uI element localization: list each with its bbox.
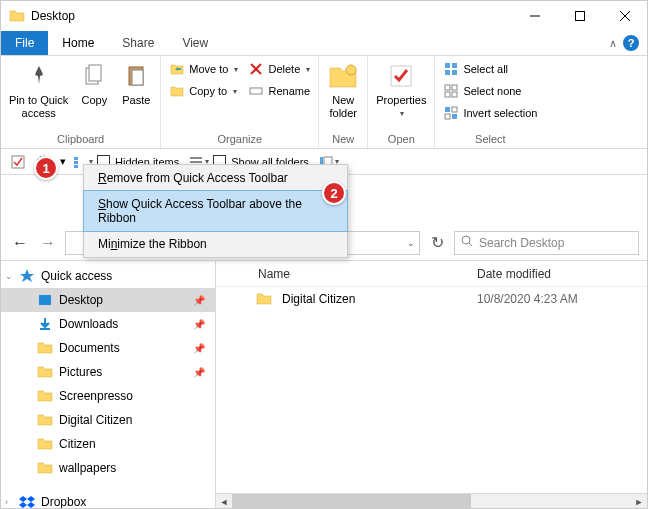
context-remove-qat[interactable]: Remove from Quick Access Toolbar (84, 165, 347, 191)
folder-icon (37, 388, 53, 404)
svg-rect-28 (74, 157, 78, 160)
title-bar: Desktop (1, 1, 647, 31)
svg-rect-14 (452, 63, 457, 68)
qat-dropdown-icon[interactable]: ▾ (57, 151, 69, 173)
window-title: Desktop (31, 9, 512, 23)
sidebar-item-citizen[interactable]: Citizen (1, 432, 215, 456)
folder-icon (9, 8, 25, 24)
svg-rect-22 (452, 114, 457, 119)
copy-to-button[interactable]: Copy to▾ (165, 82, 242, 100)
tab-file[interactable]: File (1, 31, 48, 55)
svg-line-37 (469, 243, 472, 246)
new-folder-button[interactable]: New folder (323, 58, 363, 122)
svg-rect-30 (74, 165, 78, 168)
sidebar-label: wallpapers (59, 461, 116, 475)
ribbon: Pin to Quick access Copy Paste Clipboard… (1, 56, 647, 149)
pin-icon: 📌 (193, 343, 205, 354)
scroll-left-arrow[interactable]: ◄ (216, 494, 232, 510)
rename-button[interactable]: Rename (244, 82, 314, 100)
svg-rect-19 (445, 92, 450, 97)
qat-checkbox-icon[interactable] (7, 151, 29, 173)
horizontal-scrollbar[interactable]: ◄ ► (216, 493, 647, 509)
sidebar-label: Dropbox (41, 495, 86, 509)
paste-icon (120, 60, 152, 92)
search-icon (461, 235, 473, 250)
svg-rect-17 (445, 85, 450, 90)
svg-rect-21 (445, 107, 450, 112)
invert-selection-button[interactable]: Invert selection (439, 104, 541, 122)
col-date-header[interactable]: Date modified (477, 267, 647, 281)
tab-home[interactable]: Home (48, 31, 108, 55)
svg-rect-24 (445, 114, 450, 119)
forward-button[interactable]: → (37, 232, 59, 254)
svg-rect-16 (452, 70, 457, 75)
main-area: ⌄ Quick access Desktop📌Downloads📌Documen… (1, 261, 647, 509)
chevron-up-icon[interactable]: ∧ (609, 37, 617, 50)
help-icon[interactable]: ? (623, 35, 639, 51)
delete-button[interactable]: Delete▾ (244, 60, 314, 78)
sidebar-label: Citizen (59, 437, 96, 451)
folder-icon (256, 291, 272, 307)
close-button[interactable] (602, 1, 647, 31)
folder-icon (37, 292, 53, 308)
col-name-header[interactable]: Name (216, 267, 477, 281)
properties-button[interactable]: Properties▾ (372, 58, 430, 121)
pin-icon (23, 60, 55, 92)
context-show-above-ribbon[interactable]: Show Quick Access Toolbar above the Ribb… (83, 190, 348, 232)
back-button[interactable]: ← (9, 232, 31, 254)
paste-button[interactable]: Paste (116, 58, 156, 109)
scroll-thumb[interactable] (232, 494, 471, 510)
file-date: 10/8/2020 4:23 AM (477, 292, 647, 306)
svg-rect-25 (12, 156, 24, 168)
sidebar-dropbox[interactable]: › Dropbox (1, 490, 215, 509)
sidebar-item-downloads[interactable]: Downloads📌 (1, 312, 215, 336)
sidebar-item-wallpapers[interactable]: wallpapers (1, 456, 215, 480)
move-to-button[interactable]: Move to▾ (165, 60, 242, 78)
tab-view[interactable]: View (168, 31, 222, 55)
caret-icon[interactable]: ⌄ (5, 271, 13, 281)
group-organize: Move to▾ Copy to▾ Delete▾ Rename Organiz… (161, 56, 319, 148)
star-icon (19, 268, 35, 284)
sidebar: ⌄ Quick access Desktop📌Downloads📌Documen… (1, 261, 216, 509)
invert-icon (443, 105, 459, 121)
search-box[interactable]: Search Desktop (454, 231, 639, 255)
properties-icon (385, 60, 417, 92)
svg-rect-5 (89, 65, 101, 81)
context-minimize-ribbon[interactable]: Minimize the Ribbon (84, 231, 347, 257)
caret-icon[interactable]: › (5, 497, 8, 507)
menu-bar: File Home Share View ∧ ? (1, 31, 647, 56)
annotation-badge-1: 1 (34, 156, 58, 180)
column-headers: Name Date modified (216, 261, 647, 287)
search-placeholder: Search Desktop (479, 236, 564, 250)
sidebar-item-documents[interactable]: Documents📌 (1, 336, 215, 360)
maximize-button[interactable] (557, 1, 602, 31)
copy-icon (78, 60, 110, 92)
sidebar-item-desktop[interactable]: Desktop📌 (1, 288, 215, 312)
tab-share[interactable]: Share (108, 31, 168, 55)
group-label: Organize (217, 131, 262, 148)
select-none-button[interactable]: Select none (439, 82, 541, 100)
context-menu: Remove from Quick Access Toolbar Show Qu… (83, 164, 348, 258)
folder-icon (37, 316, 53, 332)
file-row[interactable]: Digital Citizen 10/8/2020 4:23 AM (216, 287, 647, 311)
dropbox-icon (19, 494, 35, 509)
select-all-button[interactable]: Select all (439, 60, 541, 78)
refresh-button[interactable]: ↻ (426, 232, 448, 254)
sidebar-label: Desktop (59, 293, 103, 307)
pin-icon: 📌 (193, 367, 205, 378)
scroll-right-arrow[interactable]: ► (631, 494, 647, 510)
copy-button[interactable]: Copy (74, 58, 114, 109)
folder-icon (37, 364, 53, 380)
group-clipboard: Pin to Quick access Copy Paste Clipboard (1, 56, 161, 148)
sidebar-item-pictures[interactable]: Pictures📌 (1, 360, 215, 384)
file-name: Digital Citizen (282, 292, 477, 306)
folder-icon (37, 340, 53, 356)
sidebar-item-digital-citizen[interactable]: Digital Citizen (1, 408, 215, 432)
sidebar-item-screenpresso[interactable]: Screenpresso (1, 384, 215, 408)
pin-quick-access-button[interactable]: Pin to Quick access (5, 58, 72, 122)
folder-icon (37, 412, 53, 428)
folder-icon (37, 436, 53, 452)
sidebar-label: Downloads (59, 317, 118, 331)
sidebar-quick-access[interactable]: ⌄ Quick access (1, 264, 215, 288)
minimize-button[interactable] (512, 1, 557, 31)
